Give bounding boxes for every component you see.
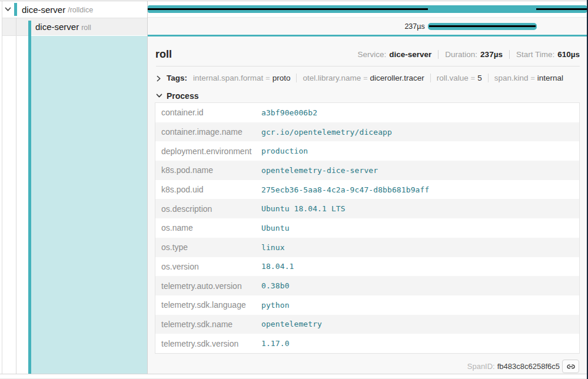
span-duration-label: 237µs bbox=[404, 18, 424, 35]
process-table-row: os.name Ubuntu bbox=[155, 218, 579, 238]
process-key: os.version bbox=[155, 262, 261, 271]
process-table-row: telemetry.sdk.name opentelemetry bbox=[155, 315, 579, 334]
service-name: dice-server bbox=[35, 22, 79, 32]
detail-divider bbox=[156, 66, 580, 67]
tag-value: 5 bbox=[477, 74, 482, 82]
process-table-row: os.description Ubuntu 18.04.1 LTS bbox=[155, 199, 579, 218]
process-table-row: k8s.pod.name opentelemetry-dice-server bbox=[155, 161, 579, 180]
tag-item: internal.span.format = proto bbox=[193, 74, 290, 82]
tag-equals-sign: = bbox=[469, 74, 477, 82]
link-icon bbox=[566, 362, 576, 371]
tag-key: internal.span.format bbox=[193, 74, 263, 82]
service-color-bar bbox=[14, 3, 17, 16]
process-table-row: os.type linux bbox=[155, 238, 579, 257]
tag-equals-sign: = bbox=[263, 74, 272, 82]
chevron-down-icon bbox=[156, 93, 161, 98]
tag-value: diceroller.tracer bbox=[370, 74, 424, 82]
process-key: deployment.environment bbox=[155, 147, 261, 156]
span-name-column: dice-server /rolldice dice-server roll bbox=[2, 1, 147, 374]
span-name-row-roll[interactable]: dice-server roll bbox=[2, 18, 147, 35]
critical-path-segment bbox=[148, 8, 428, 10]
process-key: os.type bbox=[155, 242, 261, 252]
process-table-row: os.version 18.04.1 bbox=[155, 257, 579, 277]
collapse-children-chevron-icon[interactable] bbox=[5, 6, 11, 12]
tag-value: internal bbox=[537, 74, 563, 82]
tags-accordion-header[interactable]: Tags: internal.span.format = proto otel.… bbox=[156, 72, 580, 84]
service-name: dice-server bbox=[22, 5, 65, 15]
span-id-value: fb483c8c6258f6c5 bbox=[497, 362, 560, 371]
stat-item: Duration: 237µs bbox=[438, 50, 503, 59]
process-value: linux bbox=[261, 243, 285, 252]
stat-label: Duration: bbox=[445, 50, 477, 59]
stat-item: Start Time: 610µs bbox=[509, 50, 580, 59]
span-bars-timeline: 237µs bbox=[148, 1, 587, 35]
span-bar-row-roll[interactable]: 237µs bbox=[148, 18, 587, 35]
stat-value: 237µs bbox=[480, 50, 503, 59]
span-detail-panel: roll Service: dice-server Duration: 237µ… bbox=[148, 35, 587, 374]
tag-item: otel.library.name = diceroller.tracer bbox=[296, 74, 424, 82]
operation-name: roll bbox=[81, 24, 91, 32]
process-key: telemetry.sdk.version bbox=[155, 339, 261, 348]
process-value: python bbox=[261, 301, 290, 310]
detail-bottom-border bbox=[0, 374, 587, 374]
tag-key: span.kind bbox=[494, 74, 529, 82]
process-key: container.id bbox=[155, 108, 261, 117]
process-key: os.name bbox=[155, 223, 261, 232]
process-value: opentelemetry-dice-server bbox=[261, 166, 378, 175]
span-id-row: SpanID: fb483c8c6258f6c5 bbox=[467, 359, 579, 374]
process-table-row: container.id a3bf90e006b2 bbox=[155, 103, 579, 122]
tags-title: Tags: bbox=[167, 74, 187, 82]
process-table-row: k8s.pod.uid 275ecb36-5aa8-4c2a-9c47-d8bb… bbox=[155, 180, 579, 200]
process-value: Ubuntu 18.04.1 LTS bbox=[261, 204, 346, 213]
tag-key: roll.value bbox=[437, 74, 469, 82]
tag-equals-sign: = bbox=[528, 74, 537, 82]
stat-value: dice-server bbox=[389, 50, 431, 59]
span-tree-indent-guide bbox=[16, 18, 16, 374]
process-value: gcr.io/opentelemetry/diceapp bbox=[261, 128, 392, 137]
stat-value: 610µs bbox=[557, 50, 580, 59]
span-bar-row-rolldice[interactable] bbox=[148, 1, 587, 18]
process-value: opentelemetry bbox=[261, 320, 322, 328]
process-table-row: deployment.environment production bbox=[155, 141, 579, 161]
process-table-row: telemetry.sdk.version 1.17.0 bbox=[155, 334, 579, 353]
detail-top-accent bbox=[148, 35, 587, 36]
process-value: a3bf90e006b2 bbox=[261, 108, 317, 117]
process-key: os.description bbox=[155, 204, 261, 214]
tag-key: otel.library.name bbox=[303, 74, 361, 82]
process-key: container.image.name bbox=[155, 127, 261, 137]
process-key: k8s.pod.uid bbox=[155, 185, 261, 194]
window-left-border bbox=[2, 1, 2, 374]
span-id-label: SpanID: bbox=[467, 362, 495, 371]
tag-item: span.kind = internal bbox=[488, 74, 563, 82]
deep-link-button[interactable] bbox=[562, 360, 579, 373]
process-value: 1.17.0 bbox=[261, 339, 290, 348]
process-key: telemetry.sdk.name bbox=[155, 320, 261, 329]
tag-item: roll.value = 5 bbox=[430, 74, 482, 82]
process-title: Process bbox=[167, 91, 198, 101]
stat-item: Service: dice-server bbox=[357, 50, 431, 59]
process-table-row: telemetry.sdk.language python bbox=[155, 295, 579, 315]
process-value: 18.04.1 bbox=[261, 262, 294, 271]
process-accordion-header[interactable]: Process bbox=[156, 90, 580, 101]
operation-name: /rolldice bbox=[68, 6, 93, 14]
critical-path-segment bbox=[536, 8, 587, 10]
process-table-row: container.image.name gcr.io/opentelemetr… bbox=[155, 122, 579, 142]
process-value: Ubuntu bbox=[261, 224, 290, 232]
row-separator bbox=[2, 35, 28, 36]
tags-summary-list: internal.span.format = proto otel.librar… bbox=[193, 74, 563, 82]
jaeger-trace-timeline-view: dice-server /rolldice dice-server roll 2… bbox=[0, 0, 588, 379]
stat-label: Service: bbox=[357, 50, 386, 59]
chevron-right-icon bbox=[156, 75, 161, 81]
stat-label: Start Time: bbox=[516, 50, 554, 59]
process-key: telemetry.sdk.language bbox=[155, 300, 261, 310]
span-detail-title: roll bbox=[155, 48, 172, 61]
selected-span-tint-block bbox=[31, 36, 148, 374]
span-name-row-rolldice[interactable]: dice-server /rolldice bbox=[2, 1, 147, 18]
process-key-value-table: container.id a3bf90e006b2 container.imag… bbox=[155, 102, 580, 354]
process-value: 275ecb36-5aa8-4c2a-9c47-d8bb681b9aff bbox=[261, 185, 429, 194]
process-table-row: telemetry.auto.version 0.38b0 bbox=[155, 276, 579, 295]
tag-value: proto bbox=[273, 74, 291, 82]
critical-path-segment bbox=[429, 25, 536, 27]
process-value: 0.38b0 bbox=[261, 281, 290, 290]
span-detail-stats: Service: dice-server Duration: 237µs Sta… bbox=[357, 50, 580, 59]
